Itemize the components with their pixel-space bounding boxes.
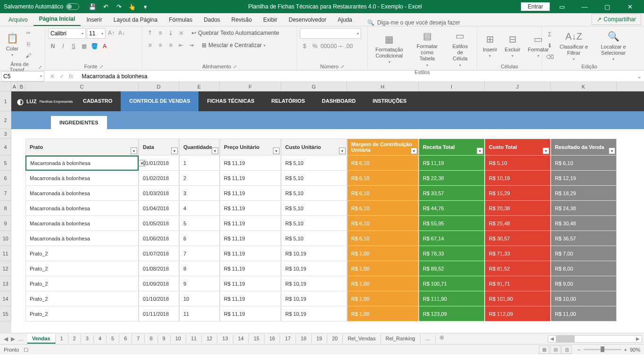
tab-file[interactable]: Arquivo: [3, 14, 33, 26]
customize-qat-icon[interactable]: ▾: [141, 3, 149, 10]
tab-data[interactable]: Dados: [198, 14, 226, 26]
cell[interactable]: 8: [179, 261, 220, 276]
redo-icon[interactable]: ↷: [115, 3, 123, 10]
ribbon-options-icon[interactable]: ▭: [552, 0, 572, 13]
align-left-icon[interactable]: ≡: [145, 41, 155, 50]
sheet-tab[interactable]: Rel_Vendas: [343, 334, 380, 344]
cell[interactable]: R$ 5,10: [281, 171, 347, 186]
cell[interactable]: R$ 22,38: [419, 171, 485, 186]
cell[interactable]: R$ 5,10: [281, 216, 347, 231]
cell[interactable]: R$ 100,71: [419, 276, 485, 291]
cell[interactable]: R$ 10,19: [281, 306, 347, 321]
cell[interactable]: Prato_2: [25, 306, 139, 321]
cell[interactable]: R$ 10,00: [551, 291, 617, 306]
format-as-table-button[interactable]: ▤Formatar como Tabela▾: [410, 28, 445, 68]
increase-indent-icon[interactable]: ⇥: [187, 41, 196, 50]
cell[interactable]: Prato_2: [25, 291, 139, 306]
macro-record-icon[interactable]: ▢: [24, 346, 28, 353]
cell[interactable]: 11: [179, 306, 220, 321]
autosum-icon[interactable]: Σ: [545, 30, 554, 39]
currency-icon[interactable]: $: [300, 41, 309, 51]
cell[interactable]: R$ 5,10: [485, 156, 551, 171]
sheet-tab[interactable]: 1: [56, 334, 68, 344]
sheet-tab[interactable]: 13: [217, 334, 233, 344]
cell[interactable]: R$ 11,19: [220, 216, 281, 231]
cell[interactable]: R$ 5,10: [281, 201, 347, 216]
cell[interactable]: R$ 111,90: [419, 291, 485, 306]
tab-layout[interactable]: Layout da Página: [108, 14, 163, 26]
cell[interactable]: R$ 10,19: [281, 291, 347, 306]
cell[interactable]: R$ 11,19: [220, 261, 281, 276]
delete-cells-button[interactable]: ⊟Excluir▾: [502, 32, 523, 59]
cell[interactable]: R$ 6,10: [347, 186, 419, 201]
share-button[interactable]: ↗ Compartilhar: [592, 14, 641, 25]
cell[interactable]: R$ 5,10: [281, 231, 347, 246]
filter-icon[interactable]: ▾: [273, 148, 280, 154]
cell[interactable]: 01/09/2018: [139, 276, 179, 291]
sheet-tab[interactable]: Rel_Ranking: [381, 334, 421, 344]
cell[interactable]: Macarronada à bolonhesa: [25, 216, 139, 231]
row-header-1[interactable]: 1: [0, 91, 11, 111]
signin-button[interactable]: Entrar: [521, 2, 550, 11]
zoom-out-icon[interactable]: −: [578, 347, 580, 353]
col-header-G[interactable]: G: [281, 82, 347, 91]
cell[interactable]: R$ 81,52: [485, 261, 551, 276]
row-header-6[interactable]: 6: [0, 171, 11, 186]
sheet-nav-item-5[interactable]: INSTRUÇÕES: [364, 91, 415, 111]
filter-icon[interactable]: ▾: [339, 148, 346, 154]
find-select-button[interactable]: 🔍Localizar e Selecionar▾: [593, 29, 634, 63]
col-header-E[interactable]: E: [179, 82, 220, 91]
row-header-9[interactable]: 9: [0, 216, 11, 231]
minimize-icon[interactable]: —: [574, 0, 595, 13]
row-header-14[interactable]: 14: [0, 291, 11, 306]
clear-icon[interactable]: ⌫: [545, 52, 554, 62]
cell[interactable]: R$ 1,00: [347, 276, 419, 291]
cell[interactable]: Prato_2: [25, 276, 139, 291]
undo-icon[interactable]: ↶: [102, 3, 109, 10]
col-header-F[interactable]: F: [220, 82, 281, 91]
col-header-K[interactable]: K: [551, 82, 617, 91]
cell[interactable]: R$ 11,00: [551, 306, 617, 321]
sheet-nav-item-3[interactable]: RELATÓRIOS: [263, 91, 314, 111]
table-header-cell[interactable]: Preço Unitário▾: [220, 139, 281, 156]
cell[interactable]: R$ 67,14: [419, 231, 485, 246]
filter-icon[interactable]: ▾: [411, 148, 417, 154]
cell[interactable]: 01/06/2018: [139, 231, 179, 246]
cell[interactable]: R$ 33,57: [419, 186, 485, 201]
view-normal-icon[interactable]: ▦: [539, 346, 549, 354]
row-header-12[interactable]: 12: [0, 261, 11, 276]
name-box[interactable]: C5▾: [1, 71, 44, 82]
cell[interactable]: R$ 11,19: [220, 291, 281, 306]
cell[interactable]: R$ 112,09: [485, 306, 551, 321]
cell[interactable]: R$ 10,19: [281, 261, 347, 276]
cut-icon[interactable]: ✂: [24, 28, 33, 38]
paste-button[interactable]: 📋 Colar ▾: [3, 31, 22, 58]
copy-icon[interactable]: ⎘: [24, 40, 33, 49]
cell[interactable]: R$ 20,38: [485, 201, 551, 216]
sheet-nav-item-1[interactable]: CONTROLE DE VENDAS: [121, 91, 198, 111]
cell[interactable]: 01/04/2018: [139, 201, 179, 216]
row-header-4[interactable]: 4: [0, 139, 11, 156]
cell[interactable]: 01/11/2018: [139, 306, 179, 321]
cell[interactable]: R$ 5,10: [281, 186, 347, 201]
cell[interactable]: R$ 5,10: [281, 156, 347, 171]
sheet-tab[interactable]: 11: [186, 334, 202, 344]
cell[interactable]: R$ 6,10: [347, 201, 419, 216]
close-icon[interactable]: ✕: [619, 0, 640, 13]
launcher-icon[interactable]: ⤢: [38, 65, 42, 70]
cell[interactable]: R$ 10,19: [281, 276, 347, 291]
cell[interactable]: R$ 11,19: [220, 186, 281, 201]
cell[interactable]: R$ 18,29: [551, 186, 617, 201]
cell[interactable]: Macarronada à bolonhesa: [25, 171, 139, 186]
save-icon[interactable]: 💾: [89, 3, 96, 10]
align-bottom-icon[interactable]: ⤓: [166, 28, 175, 38]
cell[interactable]: R$ 12,19: [551, 171, 617, 186]
filter-icon[interactable]: ▾: [212, 148, 218, 154]
cell[interactable]: R$ 30,57: [485, 231, 551, 246]
decrease-indent-icon[interactable]: ⇤: [176, 41, 186, 50]
row-header-7[interactable]: 7: [0, 186, 11, 201]
cell[interactable]: R$ 1,00: [347, 291, 419, 306]
cell[interactable]: R$ 11,19: [419, 156, 485, 171]
cell[interactable]: R$ 55,95: [419, 216, 485, 231]
increase-font-icon[interactable]: A↑: [107, 28, 116, 38]
